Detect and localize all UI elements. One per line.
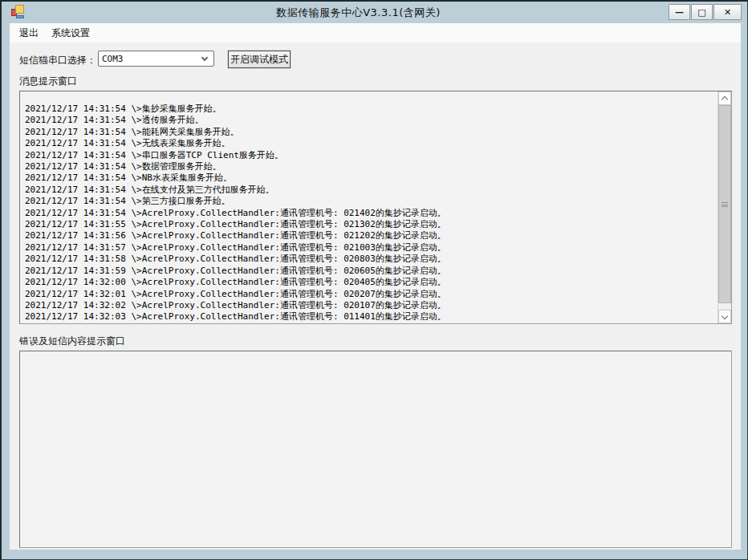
error-sms-text [20, 351, 717, 547]
chevron-up-icon [722, 96, 728, 103]
com-port-combobox[interactable]: COM3 [98, 51, 214, 67]
maximize-button[interactable]: □ [691, 4, 713, 20]
chevron-down-icon [201, 54, 208, 60]
message-log-text: 2021/12/17 14:31:54 \>集抄采集服务开始。 2021/12/… [20, 91, 717, 323]
enable-debug-mode-button[interactable]: 开启调试模式 [228, 51, 291, 68]
chevron-down-icon [722, 312, 728, 319]
caption-buttons: — □ ✕ [668, 4, 742, 20]
minimize-icon: — [675, 7, 684, 18]
scrollbar-track[interactable] [718, 105, 731, 310]
message-log-textbox[interactable]: 2021/12/17 14:31:54 \>集抄采集服务开始。 2021/12/… [19, 91, 732, 324]
error-window-label: 错误及短信内容提示窗口 [19, 335, 125, 348]
window-title: 数据传输服务中心V3.3.1(含网关) [66, 6, 651, 20]
maximize-icon: □ [697, 7, 705, 18]
menu-item-exit[interactable]: 退出 [13, 24, 45, 43]
scroll-down-button[interactable] [718, 310, 731, 323]
winforms-app-icon [11, 5, 26, 19]
scrollbar-thumb[interactable] [718, 105, 731, 303]
client-area: 退出 系统设置 短信猫串口选择： COM3 开启调试模式 消息提示窗口 2021… [10, 23, 741, 550]
com-port-value: COM3 [99, 54, 202, 64]
close-button[interactable]: ✕ [713, 4, 742, 20]
close-icon: ✕ [724, 7, 731, 18]
app-icon-blue-bar [16, 15, 24, 18]
titlebar: 数据传输服务中心V3.3.1(含网关) — □ ✕ [2, 2, 747, 23]
vertical-scrollbar[interactable] [718, 91, 731, 323]
menubar: 退出 系统设置 [10, 24, 741, 43]
scrollbar-grip-icon [722, 202, 728, 207]
sms-modem-port-label: 短信猫串口选择： [19, 54, 96, 67]
message-window-label: 消息提示窗口 [19, 75, 77, 88]
scroll-up-button[interactable] [718, 91, 731, 105]
menu-item-system-settings[interactable]: 系统设置 [45, 24, 96, 43]
app-window: 数据传输服务中心V3.3.1(含网关) — □ ✕ 退出 系统设置 短信猫串口选… [0, 0, 748, 560]
error-sms-textbox[interactable] [19, 351, 732, 548]
minimize-button[interactable]: — [669, 4, 690, 20]
app-icon-yellow-square [15, 5, 24, 14]
